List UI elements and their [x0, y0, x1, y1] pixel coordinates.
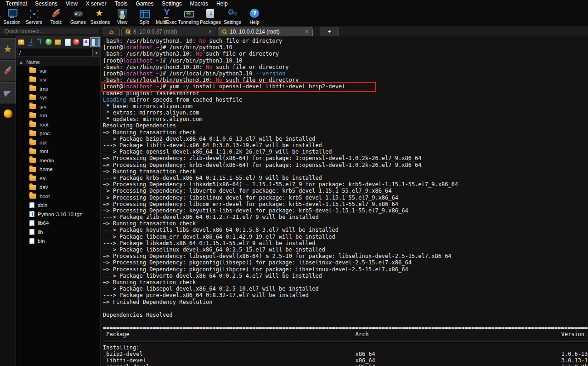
- file-entry-proc[interactable]: proc: [16, 129, 101, 138]
- file-entry-boot[interactable]: boot: [16, 192, 101, 201]
- name-column-header[interactable]: ▲ Name: [16, 58, 101, 66]
- file-name: srv: [40, 104, 46, 109]
- panel-toggle-button[interactable]: [90, 38, 99, 46]
- key-icon: [221, 29, 227, 34]
- terminal-pane[interactable]: -bash: /usr/bin/python3. 10: No such fil…: [101, 36, 588, 366]
- upload-button[interactable]: [35, 38, 44, 46]
- fi-delete: [72, 38, 81, 46]
- toolbar-packages-button[interactable]: Packages: [199, 7, 221, 26]
- file-entry-root[interactable]: root: [16, 120, 101, 129]
- chevron-down-icon[interactable]: ▾: [93, 49, 100, 57]
- file-entry-tmp[interactable]: tmp: [16, 84, 101, 93]
- toolbar-label: Settings: [224, 19, 241, 25]
- download-button[interactable]: [26, 38, 35, 46]
- file-entry-run[interactable]: run: [16, 111, 101, 120]
- toolbar-tools-button[interactable]: Tools: [45, 7, 67, 26]
- menu-help[interactable]: Help: [212, 0, 232, 7]
- toolbar-view-button[interactable]: View: [111, 7, 133, 26]
- session-tab[interactable]: 10. 10.0.0.214 (root)×: [218, 27, 313, 36]
- tab-bar: 8. 10.0.0.37 (root)×10. 10.0.0.214 (root…: [101, 26, 588, 36]
- file-entry-sbin[interactable]: sbin: [16, 201, 101, 210]
- home-icon: [109, 28, 113, 35]
- file-entry-home[interactable]: home: [16, 165, 101, 174]
- knife-icon: [3, 66, 13, 76]
- fi-refresh: [45, 38, 53, 46]
- archive-icon: [29, 211, 34, 217]
- file-entry-mnt[interactable]: mnt: [16, 147, 101, 156]
- toolbar-settings-button[interactable]: Settings: [221, 7, 243, 26]
- menu-x-server[interactable]: X server: [82, 0, 111, 7]
- menu-tools[interactable]: Tools: [111, 0, 132, 7]
- file-entry-lib[interactable]: lib: [16, 228, 101, 237]
- file-entry-lib64[interactable]: lib64: [16, 219, 101, 228]
- folder-icon: [29, 176, 36, 181]
- toolbar-label: Split: [140, 19, 149, 25]
- sessions-icon: [94, 8, 106, 19]
- new-file-button[interactable]: [63, 38, 72, 46]
- file-entry-usr[interactable]: usr: [16, 75, 101, 85]
- file-entry-sys[interactable]: sys: [16, 93, 101, 103]
- macros-nav-tab[interactable]: [0, 82, 16, 103]
- terminal-line: * extras: mirrors.aliyun.com: [103, 109, 588, 116]
- file-entry-Python-3.10.10.tgz[interactable]: Python-3.10.10.tgz: [16, 210, 101, 219]
- file-toolbar: [16, 36, 101, 48]
- rename-button[interactable]: [81, 38, 90, 46]
- menu-sessions[interactable]: Sessions: [31, 0, 62, 7]
- file-entry-bin[interactable]: bin: [16, 237, 101, 246]
- terminal-line: —> Processing Dependency: zlib-devel(x86…: [103, 155, 588, 161]
- toolbar-sessions-button[interactable]: Sessions: [89, 7, 111, 26]
- session-tab[interactable]: 8. 10.0.0.37 (root)×: [121, 27, 216, 36]
- folder-icon: [29, 167, 36, 172]
- delete-button[interactable]: [72, 38, 81, 46]
- settings-icon: [226, 8, 238, 19]
- toolbar-split-button[interactable]: Split: [133, 7, 155, 26]
- toolbar-servers-button[interactable]: Servers: [23, 7, 45, 26]
- file-entry-opt[interactable]: opt: [16, 138, 101, 147]
- file-entry-dev[interactable]: dev: [16, 183, 101, 192]
- toolbar-session-button[interactable]: Session: [1, 7, 23, 26]
- menu-settings[interactable]: Settings: [158, 0, 186, 7]
- menu-macros[interactable]: Macros: [186, 0, 212, 7]
- fi-upload: [35, 38, 44, 46]
- fi-panel: [90, 38, 99, 46]
- terminal-line: Resolving Dependencies: [103, 122, 588, 129]
- file-name: lib: [38, 229, 43, 235]
- quick-connect-bar: [0, 26, 101, 36]
- main-toolbar: SessionServersToolsGamesSessionsViewSpli…: [0, 7, 588, 26]
- refresh-button[interactable]: [45, 38, 53, 46]
- terminal-line: ---> Package pcre-devel.x86_64 0:8.32-17…: [103, 292, 588, 298]
- folder-icon: [29, 140, 36, 145]
- folder-icon: [29, 131, 36, 136]
- parent-folder-button[interactable]: [17, 38, 26, 46]
- sftp-nav-tab[interactable]: [0, 104, 16, 123]
- file-name: bin: [38, 238, 45, 244]
- toolbar-games-button[interactable]: Games: [67, 7, 89, 26]
- file-entry-media[interactable]: media: [16, 156, 101, 165]
- menu-games[interactable]: Games: [132, 0, 158, 7]
- help-icon: [249, 8, 260, 19]
- close-icon[interactable]: ×: [208, 29, 213, 35]
- close-icon[interactable]: ×: [304, 29, 309, 35]
- quick-connect-input[interactable]: [1, 27, 100, 35]
- file-name: tmp: [40, 86, 48, 92]
- name-header-label: Name: [26, 59, 40, 65]
- sessions-nav-tab[interactable]: [0, 38, 16, 59]
- toolbar-multiexec-button[interactable]: MultiExec: [155, 7, 177, 26]
- tab-label: 10. 10.0.0.214 (root): [230, 29, 302, 35]
- toolbar-help-button[interactable]: Help: [243, 7, 266, 26]
- file-entry-var[interactable]: var: [16, 66, 101, 75]
- menu-terminal[interactable]: Terminal: [2, 0, 31, 7]
- terminal-line: [103, 305, 588, 312]
- new-folder-button[interactable]: [54, 38, 62, 46]
- path-input[interactable]: [17, 49, 93, 57]
- terminal-line: [root@localhost ~]# /usr/local/bin/pytho…: [103, 70, 588, 77]
- toolbar-tunneling-button[interactable]: Tunneling: [177, 7, 199, 26]
- menu-view[interactable]: View: [62, 0, 82, 7]
- split-icon: [138, 8, 150, 19]
- tab-home[interactable]: [103, 27, 120, 36]
- file-name: root: [40, 122, 49, 127]
- file-entry-srv[interactable]: srv: [16, 102, 101, 111]
- tools-nav-tab[interactable]: [0, 60, 16, 81]
- new-tab-button[interactable]: +: [320, 27, 339, 36]
- file-entry-etc[interactable]: etc: [16, 174, 101, 183]
